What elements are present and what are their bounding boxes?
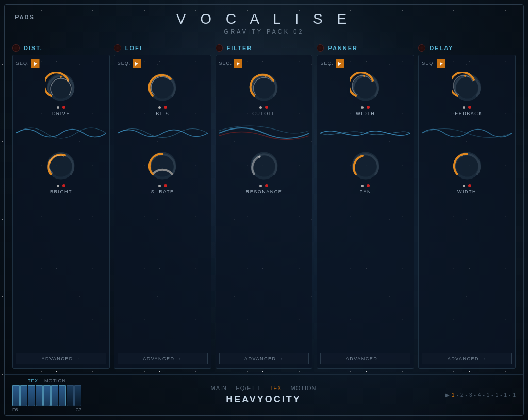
page-sep-4: - <box>483 392 484 398</box>
page-sep-2: - <box>466 392 467 398</box>
svg-point-20 <box>363 75 365 77</box>
delay-seq-play[interactable] <box>437 59 446 68</box>
key-8[interactable] <box>67 385 74 406</box>
fx-module-panner: PANNER SEQ. <box>317 44 414 369</box>
dist-power-button[interactable] <box>12 44 20 52</box>
panner-panel: SEQ. <box>317 55 414 369</box>
page-sep-5: - <box>491 392 493 398</box>
header: PADS V O C A L I S E GRAVITY PACK 02 <box>5 5 523 39</box>
panner-pan-label: PAN <box>360 189 371 195</box>
dist-advanced-button[interactable]: ADVANCED → <box>16 353 106 364</box>
filter-seq-row: SEQ. <box>219 59 309 68</box>
key-2[interactable] <box>20 385 27 406</box>
lofi-power-button[interactable] <box>114 44 121 52</box>
page-8[interactable]: 1 <box>513 392 516 398</box>
filter-resonance-dot-red <box>265 184 268 187</box>
filter-cutoff-dot-white <box>259 106 262 109</box>
page-1[interactable]: 1 <box>452 392 455 398</box>
delay-panel: SEQ. <box>418 55 516 369</box>
panner-pan-dot-red <box>367 184 370 187</box>
filter-advanced-button[interactable]: ADVANCED → <box>219 353 309 364</box>
delay-feedback-knob[interactable] <box>452 72 483 103</box>
filter-cutoff-dot-red <box>265 106 268 109</box>
fx-module-lofi: LOFI SEQ. <box>114 44 211 369</box>
lofi-seq-play[interactable] <box>133 59 141 68</box>
nav-main[interactable]: MAIN <box>211 385 227 391</box>
dist-bright-dot-white <box>57 185 59 187</box>
lofi-knob2-container: S. RATE <box>147 150 178 195</box>
filter-power-button[interactable] <box>216 44 223 52</box>
svg-point-2 <box>60 76 62 78</box>
panner-advanced-button[interactable]: ADVANCED → <box>320 353 410 364</box>
page-3[interactable]: 3 <box>469 392 472 398</box>
lofi-srate-knob[interactable] <box>147 150 178 181</box>
lofi-bits-knob[interactable] <box>147 72 178 103</box>
dist-drive-knob[interactable] <box>45 72 76 103</box>
page-sep-7: - <box>509 392 510 398</box>
bottom-section: TFX MOTION F6 C7 <box>5 374 523 415</box>
dist-seq-play[interactable] <box>31 59 40 68</box>
svg-point-23 <box>361 155 363 157</box>
delay-wave <box>422 120 512 146</box>
page-6[interactable]: 1 <box>496 392 499 398</box>
lofi-wave <box>118 120 208 146</box>
filter-title: FILTER <box>227 45 253 51</box>
delay-seq-row: SEQ. <box>422 59 512 68</box>
panner-width-knob[interactable] <box>350 72 381 103</box>
filter-resonance-dot-white <box>259 185 262 187</box>
panner-pan-knob[interactable] <box>350 150 381 181</box>
pagination-play[interactable]: ▶ <box>446 392 450 398</box>
panner-pan-dot-white <box>361 185 364 187</box>
key-7[interactable] <box>59 385 66 406</box>
tfx-keyboard-label: TFX <box>28 378 38 383</box>
motion-keyboard-label: MOTION <box>44 378 66 383</box>
svg-point-26 <box>464 75 466 77</box>
svg-point-29 <box>466 153 468 155</box>
dist-knob1-container: DRIVE <box>45 72 76 116</box>
nav-eqfilt[interactable]: EQ/FILT <box>236 385 260 391</box>
lofi-srate-label: S. RATE <box>151 189 174 195</box>
key-1[interactable] <box>12 385 20 406</box>
filter-knob2-container: RESONANCE <box>246 150 283 195</box>
lofi-seq-label: SEQ. <box>118 61 131 66</box>
panner-knob2-container: PAN <box>350 150 381 195</box>
delay-seq-label: SEQ. <box>422 61 435 66</box>
key-5[interactable] <box>43 385 51 406</box>
delay-feedback-label: FEEDBACK <box>451 111 483 116</box>
panner-power-button[interactable] <box>317 44 324 52</box>
lofi-seq-row: SEQ. <box>118 59 208 68</box>
svg-point-11 <box>161 153 163 155</box>
nav-tfx[interactable]: TFX <box>269 385 282 391</box>
key-6[interactable] <box>51 385 58 406</box>
filter-knob1-container: CUTOFF <box>249 72 279 116</box>
filter-resonance-knob[interactable] <box>249 150 279 181</box>
delay-advanced-button[interactable]: ADVANCED → <box>422 353 512 364</box>
key-3[interactable] <box>28 385 35 406</box>
filter-cutoff-knob[interactable] <box>249 72 279 103</box>
page-sep-3: - <box>474 392 475 398</box>
filter-seq-label: SEQ. <box>219 61 233 66</box>
panner-width-label: WIDTH <box>356 111 375 116</box>
page-4[interactable]: 4 <box>478 392 481 398</box>
range-start: F6 <box>12 407 18 412</box>
dist-bright-knob[interactable] <box>45 150 76 181</box>
panner-width-dot-white <box>361 106 364 109</box>
panner-seq-play[interactable] <box>336 59 344 68</box>
key-4[interactable] <box>36 385 43 406</box>
page-5[interactable]: 1 <box>487 392 490 398</box>
delay-title: DELAY <box>430 45 453 51</box>
page-7[interactable]: 1 <box>504 392 507 398</box>
fx-header-panner: PANNER <box>317 44 414 52</box>
key-9[interactable] <box>74 385 81 406</box>
page-2[interactable]: 2 <box>460 392 464 398</box>
fx-header-delay: DELAY <box>418 44 516 52</box>
lofi-advanced-button[interactable]: ADVANCED → <box>118 353 208 364</box>
page-sep-6: - <box>500 392 502 398</box>
page-sep-1: - <box>457 392 458 398</box>
nav-motion[interactable]: MOTION <box>291 385 317 391</box>
fx-header-lofi: LOFI <box>114 44 211 52</box>
delay-power-button[interactable] <box>418 44 425 52</box>
delay-width-knob[interactable] <box>452 150 483 181</box>
filter-panel: SEQ. <box>216 55 313 369</box>
filter-seq-play[interactable] <box>234 59 242 68</box>
